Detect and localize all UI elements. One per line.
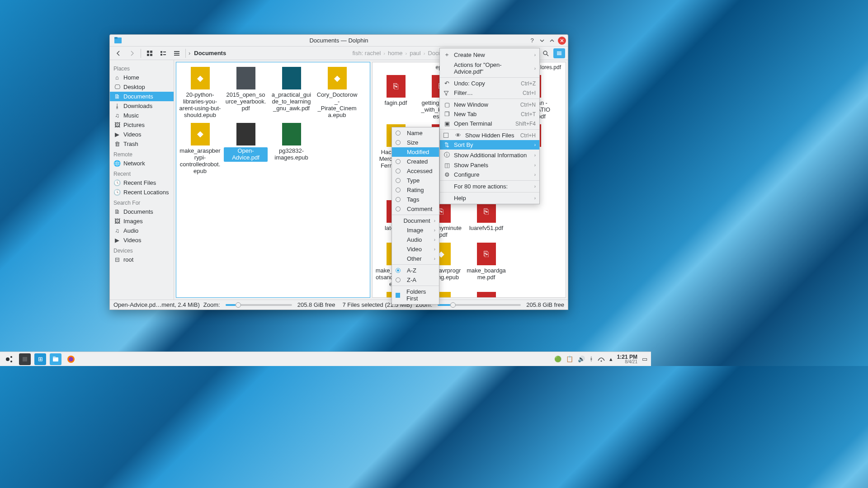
file-item[interactable]: ⎘ xyxy=(464,290,509,298)
menu-open-terminal[interactable]: ▣Open TerminalShift+F4 xyxy=(440,119,539,128)
task-discover-icon[interactable]: ⊞ xyxy=(34,353,46,365)
sidebar-item-desktop[interactable]: 🖵Desktop xyxy=(110,82,174,92)
task-firefox-icon[interactable] xyxy=(65,353,77,365)
file-item[interactable]: a_practical_guide_to_learning_gnu_awk.pd… xyxy=(269,65,314,121)
menu-help[interactable]: Help› xyxy=(440,193,539,203)
sidebar-section-search-for: Search For xyxy=(110,197,174,207)
sort-category-image[interactable]: Image› xyxy=(392,225,439,235)
search-button[interactable] xyxy=(540,48,552,58)
sort-folders-first[interactable]: Folders First xyxy=(392,287,439,303)
radio-icon xyxy=(396,178,401,183)
radio-icon xyxy=(396,140,401,145)
sidebar-item-icon: 🖵 xyxy=(113,84,121,90)
sidebar-item-root[interactable]: ⊟root xyxy=(110,255,174,264)
sidebar-item-home[interactable]: ⌂Home xyxy=(110,73,174,82)
minimize-button[interactable] xyxy=(538,37,546,45)
file-item[interactable]: ⎘fagin.pdf xyxy=(373,73,419,122)
file-item[interactable]: ◆20-python-libraries-you-arent-using-but… xyxy=(177,65,223,121)
app-launcher-icon[interactable] xyxy=(4,353,15,365)
menu-more-actions[interactable]: For 80 more actions:› xyxy=(440,182,539,191)
sidebar-item-documents[interactable]: 🗎Documents xyxy=(110,207,174,216)
menu-sort-by[interactable]: ⇅Sort By› xyxy=(440,140,539,150)
menu-show-additional[interactable]: ⓘShow Additional Information› xyxy=(440,150,539,160)
sort-category-document[interactable]: Document› xyxy=(392,216,439,225)
details-view-button[interactable] xyxy=(171,48,183,58)
breadcrumb-left[interactable]: Documents xyxy=(192,50,228,56)
tray-expand-icon[interactable]: ▴ xyxy=(609,356,613,362)
sort-option-accessed[interactable]: Accessed xyxy=(392,166,439,176)
file-item[interactable]: ⎘make_boardgame.pdf xyxy=(464,241,509,290)
sidebar-item-icon: ⊟ xyxy=(113,256,121,263)
sidebar-item-audio[interactable]: ♫Audio xyxy=(110,226,174,235)
sort-order-z-a[interactable]: Z-A xyxy=(392,275,439,285)
tray-keep-icon[interactable]: 🟢 xyxy=(554,356,561,362)
icons-view-button[interactable] xyxy=(144,48,156,58)
tray-show-desktop-icon[interactable]: ▭ xyxy=(642,356,647,362)
file-name-label: luarefv51.pdf xyxy=(468,225,504,232)
menu-new-window[interactable]: ▢New WindowCtrl+N xyxy=(440,100,539,109)
radio-icon xyxy=(396,159,401,164)
file-item[interactable]: 2015_open_source_yearbook.pdf xyxy=(223,65,269,121)
file-item[interactable]: ◆Cory_Doctorow_-_Pirate_Cinema.epub xyxy=(314,65,360,121)
tray-clipboard-icon[interactable]: 📋 xyxy=(566,356,573,362)
zoom-label-left: Zoom: xyxy=(203,301,220,308)
menu-new-tab[interactable]: ❐New TabCtrl+T xyxy=(440,109,539,119)
sort-option-tags[interactable]: Tags xyxy=(392,195,439,204)
back-button[interactable] xyxy=(113,48,124,58)
menu-undo[interactable]: ↶Undo: CopyCtrl+Z xyxy=(440,79,539,88)
task-settings-icon[interactable] xyxy=(19,353,31,365)
file-item[interactable]: ⎘luarefv51.pdf xyxy=(464,198,509,241)
sidebar-item-videos[interactable]: ▶Videos xyxy=(110,235,174,245)
menu-filter[interactable]: Filter…Ctrl+I xyxy=(440,88,539,98)
tray-network-icon[interactable] xyxy=(598,357,605,362)
left-pane[interactable]: ◆20-python-libraries-you-arent-using-but… xyxy=(176,62,370,298)
sort-option-modified[interactable]: Modified xyxy=(392,147,439,157)
breadcrumb-item[interactable]: fish: rachel xyxy=(350,50,382,56)
tray-bluetooth-icon[interactable]: ᚼ xyxy=(590,356,593,362)
titlebar[interactable]: Documents — Dolphin ? xyxy=(110,35,568,47)
sort-option-comment[interactable]: Comment xyxy=(392,204,439,214)
sort-option-type[interactable]: Type xyxy=(392,176,439,185)
tray-clock[interactable]: 1:21 PM 8/4/21 xyxy=(617,354,637,364)
menu-create-new[interactable]: ＋Create New› xyxy=(440,49,539,60)
file-item[interactable]: ◆make_araspberrypi-controlledrobot.epub xyxy=(177,121,223,177)
file-item[interactable]: pg32832-images.epub xyxy=(269,121,314,177)
menu-configure[interactable]: ⚙Configure› xyxy=(440,170,539,179)
sidebar-item-videos[interactable]: ▶Videos xyxy=(110,130,174,139)
breadcrumb-item[interactable]: paul xyxy=(408,50,423,56)
help-button[interactable]: ? xyxy=(528,37,536,45)
zoom-slider-left[interactable] xyxy=(226,304,292,306)
sidebar-item-pictures[interactable]: 🖼Pictures xyxy=(110,120,174,130)
forward-button[interactable] xyxy=(126,48,138,58)
sidebar-item-recent-files[interactable]: 🕓Recent Files xyxy=(110,178,174,188)
sort-category-video[interactable]: Video› xyxy=(392,244,439,254)
sidebar-item-music[interactable]: ♫Music xyxy=(110,111,174,120)
sort-option-size[interactable]: Size xyxy=(392,138,439,147)
sidebar-item-images[interactable]: 🖼Images xyxy=(110,216,174,226)
system-tray: 🟢 📋 🔊 ᚼ ▴ 1:21 PM 8/4/21 ▭ xyxy=(554,354,647,364)
compact-view-button[interactable] xyxy=(157,48,169,58)
breadcrumb-item[interactable]: home xyxy=(386,50,405,56)
sort-option-name[interactable]: Name xyxy=(392,128,439,138)
menu-actions-for[interactable]: Actions for "Open-Advice.pdf"› xyxy=(440,60,539,76)
maximize-button[interactable] xyxy=(548,37,556,45)
sidebar-item-documents[interactable]: 🗎Documents xyxy=(110,92,174,101)
sidebar-item-network[interactable]: 🌐Network xyxy=(110,159,174,168)
sidebar-item-downloads[interactable]: ⭳Downloads xyxy=(110,101,174,111)
tray-volume-icon[interactable]: 🔊 xyxy=(578,356,585,362)
hamburger-menu-button[interactable] xyxy=(553,48,565,58)
menu-show-panels[interactable]: ◫Show Panels› xyxy=(440,160,539,170)
task-dolphin-icon[interactable] xyxy=(50,353,61,365)
file-item[interactable]: Open-Advice.pdf xyxy=(223,121,269,177)
svg-point-27 xyxy=(69,357,73,361)
sort-category-other[interactable]: Other› xyxy=(392,254,439,263)
close-window-button[interactable] xyxy=(558,37,566,45)
sort-category-audio[interactable]: Audio› xyxy=(392,235,439,244)
sort-option-created[interactable]: Created xyxy=(392,157,439,166)
sidebar-item-recent-locations[interactable]: 🕓Recent Locations xyxy=(110,188,174,197)
sort-order-a-z[interactable]: A-Z xyxy=(392,266,439,275)
sort-option-rating[interactable]: Rating xyxy=(392,185,439,195)
menu-show-hidden[interactable]: 👁Show Hidden FilesCtrl+H xyxy=(440,131,539,140)
sidebar-item-trash[interactable]: 🗑Trash xyxy=(110,139,174,149)
zoom-slider-right[interactable] xyxy=(438,304,521,306)
